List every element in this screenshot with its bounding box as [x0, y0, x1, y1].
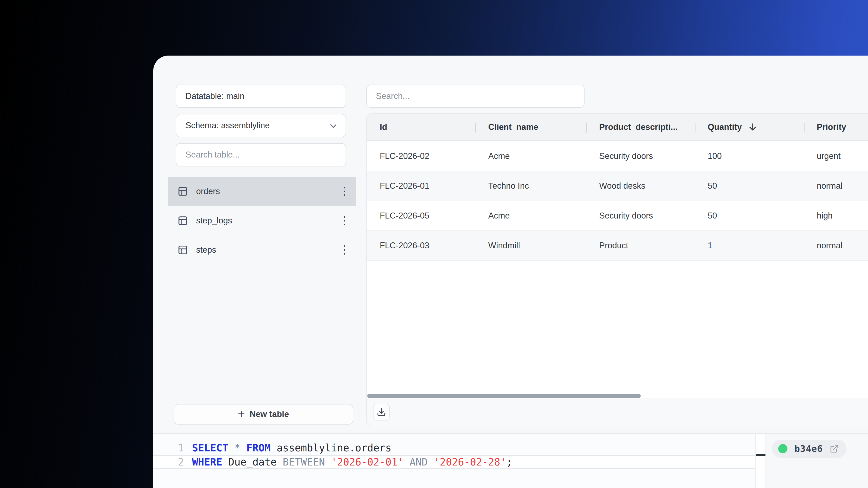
- sidebar-footer-divider: [153, 400, 359, 400]
- db-connection-badge[interactable]: b34e6: [772, 440, 846, 458]
- table-name: orders: [196, 187, 342, 196]
- column-header-quantity[interactable]: Quantity: [695, 114, 804, 140]
- table-cell[interactable]: Product: [586, 231, 695, 260]
- connection-id: b34e6: [795, 444, 823, 454]
- code-line: 1SELECT * FROM assemblyline.orders: [153, 441, 756, 455]
- table-icon: [178, 245, 188, 255]
- table-cell[interactable]: 50: [695, 171, 804, 201]
- column-header-id[interactable]: Id: [367, 114, 475, 140]
- kebab-menu-icon[interactable]: [342, 215, 347, 227]
- sidebar-table-item-step_logs[interactable]: step_logs: [168, 206, 356, 235]
- table-cell[interactable]: normal: [804, 231, 868, 260]
- status-dot: [778, 444, 787, 453]
- table-cell[interactable]: FLC-2026-02: [367, 141, 475, 171]
- download-button[interactable]: [373, 404, 390, 421]
- column-header-product-descripti-[interactable]: Product_descripti...: [586, 114, 695, 140]
- desktop-background: Datatable: main Schema: assemblyline Sea…: [0, 0, 868, 488]
- table-row[interactable]: FLC-2026-03WindmillProduct1normal: [367, 231, 868, 261]
- plus-icon: +: [238, 408, 245, 420]
- column-label: Id: [380, 122, 388, 132]
- table-cell[interactable]: Windmill: [475, 231, 586, 260]
- table-cell[interactable]: normal: [804, 171, 868, 201]
- horizontal-scrollbar-thumb[interactable]: [367, 394, 641, 398]
- schema-select[interactable]: Schema: assemblyline: [176, 114, 346, 137]
- sidebar-table-item-steps[interactable]: steps: [168, 235, 356, 265]
- grid-header-row: IdClient_nameProduct_descripti...Quantit…: [367, 114, 868, 141]
- table-search-input[interactable]: Search table...: [176, 143, 346, 166]
- column-label: Product_descripti...: [599, 122, 678, 132]
- column-label: Client_name: [488, 122, 538, 132]
- line-number: 1: [153, 442, 184, 454]
- new-table-button[interactable]: + New table: [174, 404, 353, 425]
- editor-scroll-marker: [756, 454, 766, 456]
- column-separator: [804, 123, 805, 133]
- sql-editor[interactable]: 1SELECT * FROM assemblyline.orders2WHERE…: [153, 434, 756, 488]
- table-list: ordersstep_logssteps: [168, 177, 356, 265]
- external-link-icon: [830, 444, 839, 453]
- table-cell[interactable]: Security doors: [586, 141, 695, 171]
- datatable-select[interactable]: Datatable: main: [176, 85, 346, 108]
- table-cell[interactable]: FLC-2026-03: [367, 231, 475, 260]
- table-cell[interactable]: urgent: [804, 141, 868, 171]
- grid-body: FLC-2026-02AcmeSecurity doors100urgentFL…: [367, 141, 868, 398]
- table-row[interactable]: FLC-2026-02AcmeSecurity doors100urgent: [367, 141, 868, 171]
- code-text: WHERE Due_date BETWEEN '2026-02-01' AND …: [184, 456, 513, 468]
- column-label: Priority: [817, 122, 846, 132]
- download-icon: [377, 408, 386, 417]
- sql-code: 1SELECT * FROM assemblyline.orders2WHERE…: [153, 441, 756, 469]
- kebab-menu-icon[interactable]: [342, 185, 347, 198]
- column-separator: [695, 123, 695, 133]
- sidebar-divider: [359, 56, 359, 433]
- column-separator: [475, 123, 476, 133]
- table-cell[interactable]: Wood desks: [586, 171, 695, 201]
- data-grid-card: IdClient_nameProduct_descripti...Quantit…: [366, 113, 868, 426]
- table-cell[interactable]: Acme: [475, 141, 586, 171]
- chevron-down-icon: [328, 121, 339, 131]
- table-cell[interactable]: FLC-2026-01: [367, 171, 475, 201]
- table-cell[interactable]: 1: [695, 231, 804, 260]
- table-name: steps: [196, 245, 342, 255]
- line-number: 2: [153, 456, 184, 468]
- editor-side-panel: b34e6: [766, 434, 868, 488]
- table-cell[interactable]: 50: [695, 201, 804, 230]
- table-cell[interactable]: high: [804, 201, 868, 230]
- sidebar-table-item-orders[interactable]: orders: [168, 177, 356, 206]
- column-separator: [586, 123, 587, 133]
- db-studio-panel: Datatable: main Schema: assemblyline Sea…: [153, 56, 868, 488]
- grid-footer: [367, 398, 868, 426]
- kebab-menu-icon[interactable]: [342, 244, 347, 256]
- code-line: 2WHERE Due_date BETWEEN '2026-02-01' AND…: [153, 455, 756, 469]
- table-cell[interactable]: 100: [695, 141, 804, 171]
- table-icon: [178, 216, 188, 226]
- column-header-priority[interactable]: Priority: [804, 114, 868, 140]
- code-text: SELECT * FROM assemblyline.orders: [184, 442, 392, 454]
- table-name: step_logs: [196, 216, 342, 226]
- column-header-client-name[interactable]: Client_name: [475, 114, 586, 140]
- table-cell[interactable]: FLC-2026-05: [367, 201, 475, 230]
- table-icon: [178, 186, 188, 197]
- table-row[interactable]: FLC-2026-05AcmeSecurity doors50high: [367, 201, 868, 231]
- column-label: Quantity: [708, 122, 742, 132]
- table-cell[interactable]: Acme: [475, 201, 586, 230]
- editor-scrollbar-track[interactable]: [756, 434, 766, 488]
- schema-select-label: Schema: assemblyline: [186, 121, 270, 130]
- new-table-label: New table: [250, 410, 289, 419]
- table-cell[interactable]: Security doors: [586, 201, 695, 230]
- arrow-down-icon: [748, 122, 757, 132]
- table-cell[interactable]: Techno Inc: [475, 171, 586, 201]
- table-row[interactable]: FLC-2026-01Techno IncWood desks50normal: [367, 171, 868, 201]
- grid-search-input[interactable]: Search...: [366, 85, 585, 108]
